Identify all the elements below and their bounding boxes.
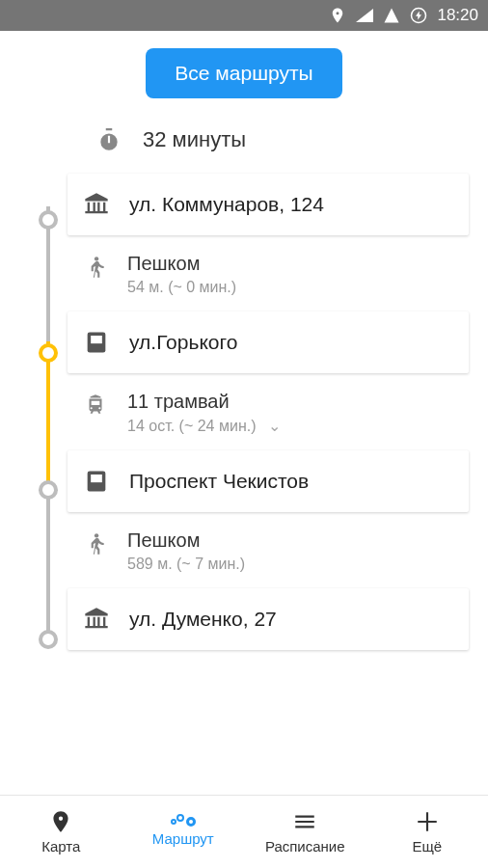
nav-label: Карта (41, 838, 80, 854)
stopwatch-icon (96, 127, 122, 152)
flash-icon (410, 7, 427, 24)
location-icon (329, 7, 346, 24)
nav-map[interactable]: Карта (0, 796, 122, 868)
timeline-dot (39, 210, 58, 230)
stop-icon (83, 329, 110, 356)
content: Все маршруты 32 минуты ул. Коммунаров, 1… (0, 48, 488, 650)
timeline-dot (39, 480, 58, 500)
step-title: 11 трамвай (127, 391, 453, 413)
stop-card[interactable]: ул. Коммунаров, 124 (68, 174, 469, 235)
nav-more[interactable]: Ещё (366, 796, 489, 868)
stop-card[interactable]: ул. Думенко, 27 (68, 588, 469, 650)
route-icon (171, 817, 196, 827)
svg-point-6 (95, 533, 98, 537)
plus-icon (415, 809, 440, 834)
stop-title: Проспект Чекистов (129, 470, 309, 493)
step-tram[interactable]: 11 трамвай 14 ост. (~ 24 мин.) ⌄ (68, 375, 469, 450)
stop-card[interactable]: Проспект Чекистов (68, 450, 469, 512)
nav-label: Ещё (412, 838, 442, 854)
status-time: 18:20 (437, 6, 478, 25)
nav-route[interactable]: Маршрут (122, 796, 245, 868)
nav-label: Расписание (265, 838, 345, 854)
step-walk: Пешком 589 м. (~ 7 мин.) (68, 514, 469, 588)
building-icon (83, 606, 110, 633)
timeline-dot (39, 630, 58, 649)
duration-label: 32 минуты (143, 127, 246, 152)
walk-icon (83, 255, 108, 280)
timeline (39, 197, 58, 627)
step-sub: 589 м. (~ 7 мин.) (127, 556, 453, 573)
stop-title: ул. Коммунаров, 124 (129, 193, 324, 216)
timeline-dot (39, 343, 58, 363)
pin-icon (48, 809, 73, 834)
step-title: Пешком (127, 529, 453, 552)
walk-icon (83, 531, 108, 556)
nav-schedule[interactable]: Расписание (244, 796, 366, 868)
stop-title: ул.Горького (129, 331, 237, 354)
signal-icon (383, 7, 400, 24)
svg-rect-3 (91, 336, 102, 343)
step-sub: 14 ост. (~ 24 мин.) ⌄ (127, 417, 453, 435)
svg-rect-5 (91, 475, 102, 482)
building-icon (83, 191, 110, 218)
bottom-nav: Карта Маршрут Расписание Ещё (0, 795, 488, 868)
stop-icon (83, 468, 110, 495)
chevron-down-icon[interactable]: ⌄ (268, 418, 281, 434)
svg-point-1 (95, 257, 98, 260)
tram-icon (83, 393, 108, 418)
nav-label: Маршрут (152, 830, 214, 847)
route-area: ул. Коммунаров, 124 Пешком 54 м. (~ 0 ми… (0, 174, 488, 650)
duration-row: 32 минуты (0, 98, 488, 174)
all-routes-button[interactable]: Все маршруты (146, 48, 341, 98)
stop-title: ул. Думенко, 27 (129, 608, 277, 631)
step-walk: Пешком 54 м. (~ 0 мин.) (68, 237, 469, 312)
step-sub: 54 м. (~ 0 мин.) (127, 279, 453, 296)
list-icon (292, 809, 317, 834)
status-bar: 18:20 (0, 0, 488, 31)
stop-card[interactable]: ул.Горького (68, 312, 469, 373)
step-title: Пешком (127, 253, 453, 275)
wifi-icon (356, 9, 373, 22)
